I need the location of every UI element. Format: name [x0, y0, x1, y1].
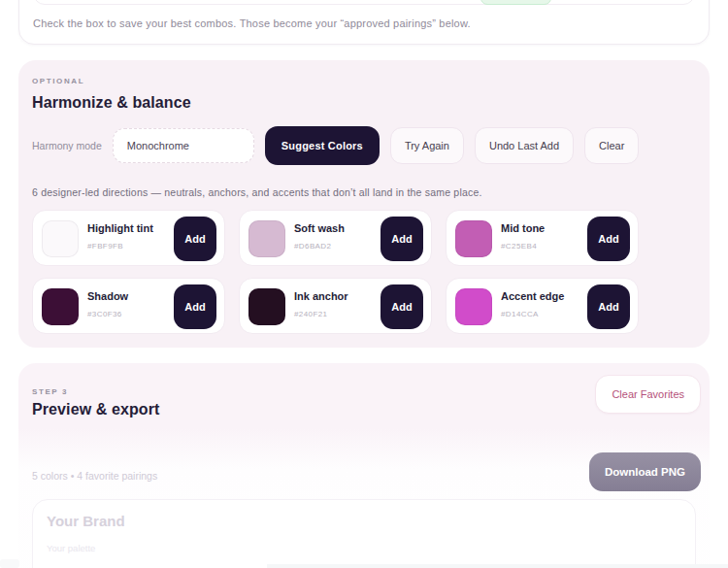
brand-preview-title: Your Brand: [47, 513, 125, 529]
color-swatch: [455, 288, 492, 325]
undo-last-add-button[interactable]: Undo Last Add: [475, 127, 574, 164]
clipped-inner-card-fragment: [33, 0, 695, 5]
suggestion-hex: #C25EB4: [501, 242, 537, 251]
brand-preview-subtitle: Your palette: [47, 543, 95, 553]
suggestion-name: Accent edge: [501, 290, 564, 302]
suggestion-hex: #3C0F36: [87, 310, 122, 318]
suggestion-card: Soft wash #D6BAD2 Add: [239, 210, 432, 266]
suggestion-name: Highlight tint: [87, 222, 153, 234]
suggestion-hex: #FBF9FB: [87, 242, 123, 251]
harmony-controls-row: Harmony mode Monochrome Suggest Colors T…: [32, 126, 696, 165]
harmonize-title: Harmonize & balance: [32, 94, 696, 112]
add-button[interactable]: Add: [174, 284, 216, 329]
color-swatch: [248, 288, 285, 325]
color-swatch: [248, 220, 285, 257]
suggestion-hex: #240F21: [294, 310, 327, 318]
harmony-mode-label: Harmony mode: [32, 140, 102, 151]
add-button[interactable]: Add: [587, 217, 630, 261]
suggestion-card: Mid tone #C25EB4 Add: [446, 210, 639, 266]
color-swatch: [42, 288, 79, 325]
try-again-button[interactable]: Try Again: [390, 127, 464, 164]
clear-button[interactable]: Clear: [584, 127, 639, 164]
add-button[interactable]: Add: [174, 217, 216, 261]
optional-kicker: OPTIONAL: [32, 77, 696, 85]
harmony-mode-select[interactable]: Monochrome: [113, 128, 254, 163]
suggestion-card: Highlight tint #FBF9FB Add: [32, 210, 225, 266]
add-button[interactable]: Add: [381, 284, 423, 329]
suggestion-card: Shadow #3C0F36 Add: [32, 278, 225, 334]
pairings-hint-text: Check the box to save your best combos. …: [33, 17, 695, 29]
color-swatch: [455, 220, 492, 257]
suggestion-name: Soft wash: [294, 222, 345, 234]
clipped-content-strip: [267, 564, 728, 568]
suggestion-card: Accent edge #D14CCA Add: [446, 278, 639, 334]
preview-export-section: STEP 3 Preview & export Clear Favorites …: [18, 363, 710, 568]
palette-summary-text: 5 colors • 4 favorite pairings: [32, 470, 157, 482]
suggestion-name: Mid tone: [501, 222, 545, 234]
color-swatch: [42, 220, 79, 257]
download-png-button[interactable]: Download PNG: [589, 452, 701, 491]
preview-export-title: Preview & export: [32, 401, 159, 418]
suggest-colors-button[interactable]: Suggest Colors: [265, 126, 380, 165]
approved-pairings-note-card: Check the box to save your best combos. …: [18, 0, 710, 45]
harmony-mode-value: Monochrome: [127, 140, 189, 151]
suggestion-card: Ink anchor #240F21 Add: [239, 278, 432, 334]
suggestion-name: Shadow: [87, 290, 128, 302]
clipped-content-chip: [0, 559, 19, 568]
partial-green-button[interactable]: [480, 0, 551, 5]
suggestion-hex: #D14CCA: [501, 310, 539, 318]
add-button[interactable]: Add: [587, 284, 630, 329]
suggestions-grid: Highlight tint #FBF9FB Add Soft wash #D6…: [32, 210, 696, 334]
suggestion-name: Ink anchor: [294, 290, 348, 302]
add-button[interactable]: Add: [381, 217, 423, 261]
clear-favorites-button[interactable]: Clear Favorites: [595, 375, 701, 414]
brand-preview-card: Your Brand Your palette: [32, 499, 696, 568]
suggestions-description: 6 designer-led directions — neutrals, an…: [32, 186, 696, 198]
suggestion-hex: #D6BAD2: [294, 242, 331, 251]
step3-kicker: STEP 3: [32, 387, 68, 396]
harmonize-section: OPTIONAL Harmonize & balance Harmony mod…: [18, 60, 710, 348]
